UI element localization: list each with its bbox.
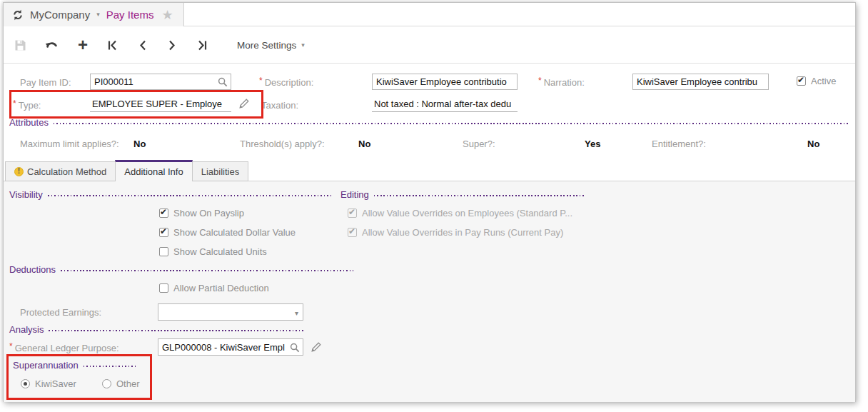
dotted-leader (48, 195, 332, 196)
toolbar: + More Settings ▾ (4, 27, 855, 64)
active-label: Active (811, 76, 836, 86)
chevron-down-icon: ▾ (301, 42, 305, 49)
dotted-leader (61, 270, 353, 271)
type-input[interactable]: EMPLOYEE SUPER - Employe (90, 96, 231, 112)
pay-item-id-input[interactable]: PI000011 (90, 74, 231, 90)
pay-item-id-label: Pay Item ID: (20, 77, 71, 88)
attributes-section-header: Attributes (9, 117, 849, 128)
attribute-label: Entitlement?: (652, 139, 706, 149)
breadcrumb-tab[interactable]: MyCompany ▾ Pay Items ★ (4, 3, 184, 26)
required-asterisk-icon: * (9, 341, 13, 351)
protected-earnings-label: Protected Earnings: (20, 307, 101, 318)
dotted-leader (49, 330, 304, 331)
search-icon[interactable] (290, 343, 300, 355)
narration-label: *Narration: (538, 77, 585, 88)
radio-icon (21, 379, 30, 388)
radio-other[interactable]: Other (102, 378, 140, 389)
chevron-down-icon[interactable]: ▾ (96, 11, 100, 18)
tab-additional-info[interactable]: Additional Info (115, 160, 192, 181)
superannuation-section-header: Superannuation (13, 360, 136, 371)
checkbox-allow-overrides-employees: Allow Value Overrides on Employees (Stan… (348, 208, 572, 218)
visibility-section-header: Visibility (9, 189, 332, 200)
more-settings-button[interactable]: More Settings ▾ (237, 40, 305, 51)
checkbox-icon (348, 228, 357, 237)
dotted-leader (54, 123, 849, 124)
checkbox-icon (159, 283, 168, 293)
checkbox-icon (797, 76, 806, 86)
search-icon[interactable] (218, 77, 228, 89)
refresh-icon[interactable] (12, 9, 24, 21)
attribute-value: No (807, 139, 819, 149)
add-record-button[interactable]: + (78, 38, 88, 52)
active-checkbox[interactable]: Active (797, 76, 836, 86)
last-record-button[interactable] (196, 38, 208, 52)
required-asterisk-icon: * (13, 99, 16, 109)
description-input[interactable]: KiwiSaver Employee contributio (372, 74, 518, 90)
chevron-down-icon: ▾ (295, 309, 298, 317)
deductions-section-header: Deductions (9, 264, 353, 275)
attribute-value: Yes (585, 139, 600, 149)
checkbox-icon (159, 228, 168, 237)
tab-calculation-method[interactable]: ! Calculation Method (5, 161, 116, 181)
company-selector[interactable]: MyCompany (30, 9, 90, 21)
checkbox-show-on-payslip[interactable]: Show On Payslip (159, 208, 244, 218)
protected-earnings-select[interactable]: ▾ (158, 303, 303, 321)
undo-button[interactable] (45, 38, 59, 52)
checkbox-show-calculated-units[interactable]: Show Calculated Units (159, 246, 267, 257)
attribute-label: Super?: (463, 139, 495, 149)
checkbox-icon (159, 208, 168, 218)
dotted-leader (374, 195, 586, 196)
breadcrumb-strip: MyCompany ▾ Pay Items ★ (4, 3, 855, 26)
save-button[interactable] (15, 38, 26, 52)
type-label: *Type: (13, 100, 41, 111)
general-ledger-purpose-edit-pencil-icon[interactable] (311, 341, 322, 355)
next-record-button[interactable] (167, 38, 177, 52)
type-edit-pencil-icon[interactable] (238, 98, 250, 111)
description-label: *Description: (259, 77, 313, 88)
taxation-input[interactable]: Not taxed : Normal after-tax dedu (372, 96, 518, 112)
analysis-section-header: Analysis (9, 324, 304, 335)
radio-kiwisaver[interactable]: KiwiSaver (21, 378, 76, 389)
required-asterisk-icon: * (259, 76, 263, 86)
required-asterisk-icon: * (538, 76, 542, 86)
general-ledger-purpose-label: *General Ledger Purpose: (9, 343, 119, 353)
checkbox-allow-overrides-pay-runs: Allow Value Overrides in Pay Runs (Curre… (348, 227, 563, 238)
checkbox-allow-partial-deduction[interactable]: Allow Partial Deduction (159, 283, 269, 293)
first-record-button[interactable] (107, 38, 118, 52)
tab-liabilities[interactable]: Liabilities (192, 161, 248, 181)
attribute-label: Maximum limit applies?: (20, 139, 119, 149)
checkbox-icon (159, 247, 168, 256)
attribute-value: No (358, 139, 370, 149)
dotted-leader (84, 366, 136, 367)
more-settings-label: More Settings (237, 40, 296, 51)
checkbox-icon (348, 208, 357, 218)
previous-record-button[interactable] (138, 38, 148, 52)
tab-bar: ! Calculation Method Additional Info Lia… (5, 160, 248, 181)
attribute-label: Threshold(s) apply?: (240, 139, 325, 149)
page-title: Pay Items (106, 9, 154, 21)
warning-icon: ! (14, 167, 24, 176)
attribute-value: No (133, 139, 146, 149)
editing-section-header: Editing (340, 189, 586, 200)
checkbox-show-calculated-dollar-value[interactable]: Show Calculated Dollar Value (159, 227, 296, 238)
taxation-label: Taxation: (261, 100, 298, 111)
radio-icon (102, 379, 111, 388)
general-ledger-purpose-input[interactable]: GLP000008 - KiwiSaver Empl (158, 338, 303, 356)
favorite-star-icon[interactable]: ★ (161, 9, 173, 21)
narration-input[interactable]: KiwiSaver Employee contribu (632, 74, 769, 90)
app-window: MyCompany ▾ Pay Items ★ + (3, 2, 856, 402)
